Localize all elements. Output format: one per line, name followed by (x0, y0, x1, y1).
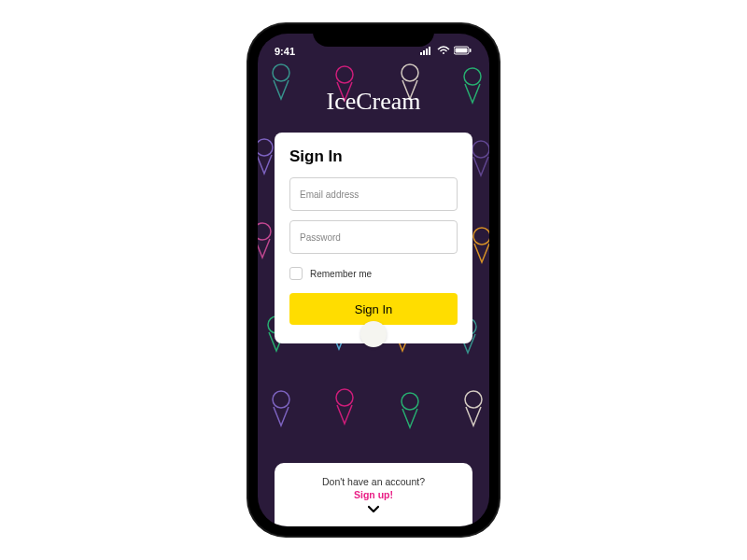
spacer (275, 343, 472, 463)
svg-rect-22 (456, 49, 468, 53)
svg-rect-16 (420, 52, 422, 55)
svg-rect-18 (426, 49, 428, 55)
phone-screen: 9:41 IceCream Sign In (258, 34, 489, 526)
signup-link[interactable]: Sign up! (284, 489, 463, 500)
remember-row: Remember me (289, 267, 458, 280)
wifi-icon (437, 46, 450, 57)
password-field[interactable] (289, 220, 458, 254)
remember-checkbox[interactable] (289, 267, 303, 280)
status-time: 9:41 (275, 46, 295, 57)
signin-button[interactable]: Sign In (289, 293, 458, 325)
chevron-down-icon[interactable] (284, 502, 463, 517)
remember-label: Remember me (310, 269, 372, 279)
status-right (420, 46, 472, 57)
svg-rect-19 (429, 47, 430, 55)
drag-handle[interactable] (360, 321, 387, 347)
footer-prompt: Don't have an account? (284, 476, 463, 487)
signin-title: Sign In (289, 147, 458, 166)
battery-icon (454, 46, 472, 57)
home-indicator[interactable] (327, 517, 420, 521)
content-area: IceCream Sign In Remember me Sign In Don… (258, 34, 489, 526)
svg-point-20 (443, 52, 444, 54)
phone-notch (313, 24, 434, 47)
svg-rect-23 (470, 49, 472, 52)
phone-frame: 9:41 IceCream Sign In (248, 24, 499, 536)
email-field[interactable] (289, 177, 458, 211)
svg-rect-17 (423, 50, 425, 55)
signin-card: Sign In Remember me Sign In (275, 133, 472, 343)
app-title: IceCream (275, 88, 472, 116)
signal-icon (420, 46, 433, 57)
